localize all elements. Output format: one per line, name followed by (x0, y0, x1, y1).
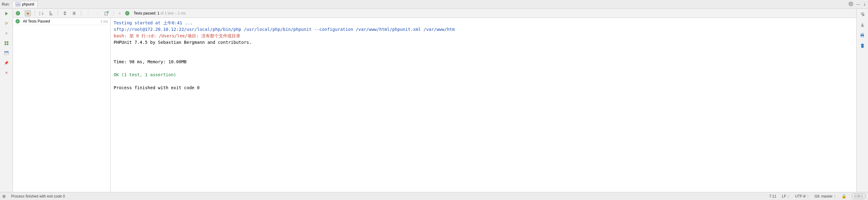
console-line: Time: 98 ms, Memory: 10.00MB (114, 59, 187, 64)
layout-icon[interactable] (3, 50, 9, 56)
soft-wrap-icon[interactable] (859, 11, 866, 17)
console-output[interactable]: Testing started at 上午6:41 ... sftp://roo… (111, 18, 856, 192)
run-body-split: ✓ All Tests Passed 1 ms Testing started … (13, 18, 856, 192)
svg-rect-6 (4, 51, 9, 52)
scroll-to-end-icon[interactable] (859, 22, 866, 28)
test-tree-root-time: 1 ms (100, 20, 108, 23)
git-branch[interactable]: Git: master ‡ (814, 194, 836, 198)
gear-icon[interactable] (848, 2, 853, 7)
clear-all-icon[interactable] (859, 42, 866, 49)
show-ignored-icon[interactable]: ◉ (25, 10, 31, 16)
svg-marker-1 (5, 12, 8, 15)
tests-passed-count: Tests passed: 1 (134, 11, 159, 15)
stop-icon[interactable]: ■ (3, 30, 9, 36)
svg-point-0 (850, 3, 851, 4)
sort-duration-icon[interactable] (48, 10, 54, 16)
line-separator[interactable]: LF ‡ (782, 194, 789, 198)
svg-rect-3 (7, 41, 8, 43)
console-line: OK (1 test, 1 assertion) (114, 72, 176, 77)
tool-windows-icon[interactable]: ⊞ (2, 194, 6, 198)
status-bar: ⊞ Process finished with exit code 0 7:11… (0, 192, 868, 200)
toolbar-divider (81, 10, 81, 16)
expand-all-icon[interactable] (62, 10, 68, 16)
check-circle-icon: ✓ (16, 19, 20, 24)
close-icon[interactable]: ✕ (3, 70, 9, 76)
console-line: sftp://root@172.20.10.12:22/usr/local/ph… (114, 27, 455, 32)
console-line: bash: 第 0 行:cd: /Users/lee/项目: 没有那个文件或目录 (114, 33, 240, 38)
svg-rect-12 (861, 33, 863, 35)
test-tree-root[interactable]: ✓ All Tests Passed 1 ms (13, 18, 110, 25)
rerun-button[interactable] (3, 10, 9, 17)
tests-passed-text: Tests passed: 1 of 1 test – 1 ms (134, 11, 186, 15)
console-line: Process finished with exit code 0 (114, 85, 199, 90)
caret-position[interactable]: 7:11 (769, 194, 776, 198)
toolbar-divider (113, 10, 114, 16)
svg-text:a: a (39, 11, 40, 13)
php-file-icon: php (16, 2, 21, 6)
svg-rect-14 (861, 45, 864, 48)
svg-rect-15 (861, 44, 864, 45)
run-tab-phpunit[interactable]: php phpunit (12, 1, 37, 7)
toolbar-divider (58, 10, 58, 16)
svg-text:z: z (39, 13, 40, 15)
next-failed-icon[interactable]: ↓ (94, 10, 100, 16)
console-line: PHPUnit 7.4.5 by Sebastian Bergmann and … (114, 40, 252, 45)
export-results-icon[interactable] (103, 10, 110, 16)
file-encoding[interactable]: UTF-8 ‡ (795, 194, 809, 198)
run-tool-body: ⟳ ■ 📌 ✕ ✓ ◉ az (0, 9, 868, 192)
svg-rect-4 (5, 43, 6, 45)
pin-icon[interactable]: 📌 (3, 60, 9, 66)
sort-alpha-icon[interactable]: az (39, 10, 45, 16)
hide-icon[interactable]: — (856, 2, 860, 6)
run-tool-header: Run: php phpunit — ⤓ (0, 0, 868, 9)
print-icon[interactable] (859, 32, 866, 38)
show-passed-icon[interactable]: ✓ (16, 10, 22, 16)
run-right-gutter (856, 9, 868, 192)
dump-threads-icon[interactable] (3, 40, 9, 46)
prev-failed-icon[interactable]: ↑ (85, 10, 91, 16)
run-left-gutter: ⟳ ■ 📌 ✕ (0, 9, 13, 192)
toggle-auto-test-icon[interactable]: ⟳ (3, 20, 9, 27)
test-tree-root-label: All Tests Passed (23, 19, 98, 24)
dock-icon[interactable]: ⤓ (863, 2, 866, 6)
console-line: Testing started at 上午6:41 ... (114, 20, 193, 25)
lock-icon[interactable]: 🔒 (841, 194, 846, 198)
run-label: Run: (2, 2, 9, 6)
svg-rect-2 (5, 41, 6, 43)
run-center: ✓ ◉ az ↑ ↓ » ✓ (13, 9, 856, 192)
svg-rect-16 (862, 43, 863, 44)
toolbar-divider (35, 10, 35, 16)
svg-rect-7 (4, 53, 9, 55)
run-tab-label: phpunit (22, 2, 34, 6)
watermark-badge: 亿速云 (852, 194, 866, 199)
test-toolbar: ✓ ◉ az ↑ ↓ » ✓ (13, 9, 856, 18)
status-message: Process finished with exit code 0 (11, 194, 65, 198)
chevrons-icon: » (119, 11, 121, 15)
test-tree-panel[interactable]: ✓ All Tests Passed 1 ms (13, 18, 111, 192)
tests-passed-total: of 1 test – 1 ms (159, 11, 186, 15)
collapse-all-icon[interactable] (71, 10, 77, 16)
svg-rect-5 (7, 43, 8, 45)
svg-rect-13 (861, 36, 863, 37)
check-circle-icon: ✓ (125, 11, 129, 15)
